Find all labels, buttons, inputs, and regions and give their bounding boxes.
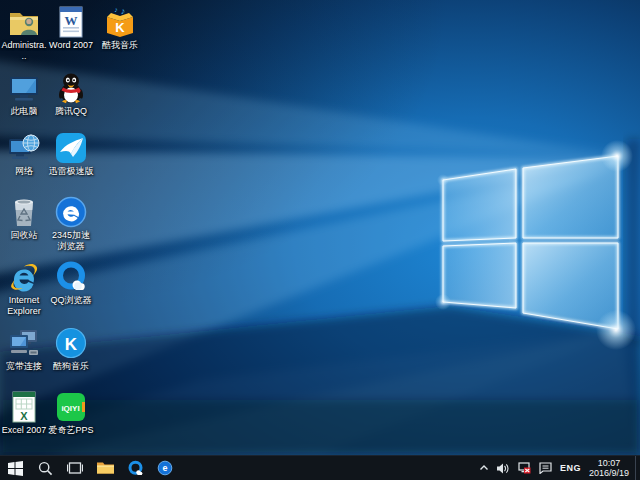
clock-time: 10:07	[589, 458, 629, 468]
kuwo-music-icon: K ♪ ♪	[103, 5, 137, 39]
tray-language-button[interactable]: ENG	[556, 456, 585, 480]
start-icon	[8, 461, 23, 476]
desktop-icon-2345-browser[interactable]: 2345加速浏览器	[48, 195, 94, 252]
taskbar-qq-browser-button[interactable]	[120, 456, 150, 480]
desktop-icon-tencent-qq[interactable]: 腾讯QQ	[48, 71, 94, 117]
xunlei-bird-icon	[54, 131, 88, 165]
desktop-icon-broadband-connection[interactable]: 宽带连接	[1, 326, 47, 372]
2345-browser-icon	[54, 195, 88, 229]
svg-text:iQIYI: iQIYI	[61, 404, 79, 413]
show-desktop-button[interactable]	[635, 456, 640, 480]
word-document-icon: W	[54, 5, 88, 39]
desktop-icon-label: Word 2007	[48, 40, 94, 51]
qq-penguin-icon	[54, 71, 88, 105]
desktop-icon-word-2007[interactable]: W Word 2007	[48, 5, 94, 51]
task-view-button[interactable]	[60, 456, 90, 480]
desktop-icon-iqiyi-pps[interactable]: iQIYI 爱奇艺PPS	[48, 390, 94, 436]
desktop-icon-qq-browser[interactable]: QQ浏览器	[48, 260, 94, 306]
excel-document-icon: X	[7, 390, 41, 424]
svg-text:K: K	[115, 20, 125, 35]
desktop-icon-xunlei-speed[interactable]: 迅雷极速版	[48, 131, 94, 177]
tray-clock-button[interactable]: 10:07 2016/9/19	[585, 458, 635, 478]
desktop-icon-label: 回收站	[1, 230, 47, 241]
qq-browser-icon	[54, 260, 88, 294]
desktop-icon-kuwo-music[interactable]: K ♪ ♪ 酷我音乐	[97, 5, 143, 51]
file-explorer-button[interactable]	[90, 456, 120, 480]
desktop-icon-administrator[interactable]: Administra...	[1, 5, 47, 62]
desktop-icon-excel-2007[interactable]: X Excel 2007	[1, 390, 47, 436]
kugou-music-icon: K	[54, 326, 88, 360]
svg-text:♪: ♪	[114, 6, 118, 13]
desktop-icon-label: 腾讯QQ	[48, 106, 94, 117]
system-tray: ENG 10:07 2016/9/19	[475, 456, 640, 480]
file-explorer-icon	[97, 461, 114, 475]
iqiyi-pps-icon: iQIYI	[54, 390, 88, 424]
taskbar-2345-browser-button[interactable]: e	[150, 456, 180, 480]
desktop-icon-label: 酷我音乐	[97, 40, 143, 51]
svg-text:W: W	[65, 13, 78, 28]
tray-network-button[interactable]	[514, 456, 535, 480]
desktop-icon-label: 迅雷极速版	[48, 166, 94, 177]
desktop-icon-label: QQ浏览器	[48, 295, 94, 306]
task-view-icon	[67, 461, 83, 475]
2345-browser-icon: e	[157, 460, 173, 476]
chevron-up-icon	[479, 464, 489, 472]
desktop-icon-label: 此电脑	[1, 106, 47, 117]
svg-text:♪: ♪	[121, 6, 126, 16]
desktop-icon-label: 2345加速浏览器	[48, 230, 94, 252]
clock-date: 2016/9/19	[589, 468, 629, 478]
taskbar: e	[0, 455, 640, 480]
desktop: Administra... W Word 2007 K ♪ ♪ 酷我音乐	[0, 0, 640, 455]
svg-text:e: e	[163, 463, 168, 473]
desktop-icon-label: 网络	[1, 166, 47, 177]
network-error-icon	[518, 462, 531, 474]
desktop-icon-label: 爱奇艺PPS	[48, 425, 94, 436]
desktop-icon-this-pc[interactable]: 此电脑	[1, 71, 47, 117]
internet-explorer-icon	[7, 260, 41, 294]
start-button[interactable]	[0, 456, 30, 480]
recycle-bin-icon	[7, 195, 41, 229]
svg-text:K: K	[65, 335, 78, 354]
broadband-connection-icon	[7, 326, 41, 360]
search-button[interactable]	[30, 456, 60, 480]
computer-icon	[7, 71, 41, 105]
desktop-icon-label: Excel 2007	[1, 425, 47, 436]
wallpaper-windows-hero	[0, 0, 640, 455]
svg-text:X: X	[20, 410, 28, 422]
network-globe-icon	[7, 131, 41, 165]
volume-icon	[497, 463, 510, 474]
desktop-icon-label: Internet Explorer	[1, 295, 47, 317]
language-indicator: ENG	[560, 463, 581, 473]
desktop-icon-kugou-music[interactable]: K 酷狗音乐	[48, 326, 94, 372]
desktop-icon-network[interactable]: 网络	[1, 131, 47, 177]
desktop-icon-label: 宽带连接	[1, 361, 47, 372]
user-folder-icon	[7, 5, 41, 39]
search-icon	[38, 461, 53, 476]
desktop-icon-recycle-bin[interactable]: 回收站	[1, 195, 47, 241]
action-center-icon	[539, 462, 552, 474]
desktop-icon-label: 酷狗音乐	[48, 361, 94, 372]
desktop-icon-label: Administra...	[1, 40, 47, 62]
qq-browser-icon	[127, 460, 144, 477]
tray-volume-button[interactable]	[493, 456, 514, 480]
desktop-icon-internet-explorer[interactable]: Internet Explorer	[1, 260, 47, 317]
tray-show-hidden-icons-button[interactable]	[475, 456, 493, 480]
tray-action-center-button[interactable]	[535, 456, 556, 480]
